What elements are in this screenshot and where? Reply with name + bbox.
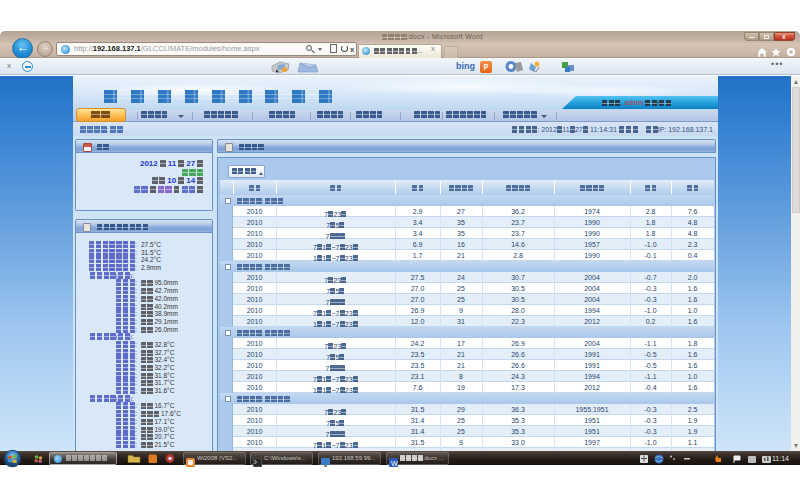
svg-text:W: W [391,460,398,467]
